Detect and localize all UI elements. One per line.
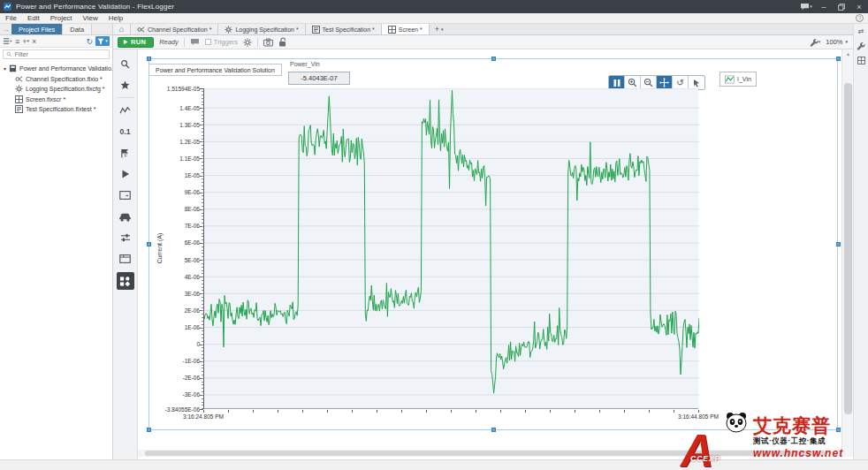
widget-palette: 0.1F xyxy=(113,49,138,459)
screen-canvas[interactable]: Power and Performance Validation Solutio… xyxy=(138,49,841,450)
pause-button[interactable] xyxy=(609,76,625,89)
vscroll-thumb[interactable] xyxy=(844,83,852,414)
test-icon xyxy=(15,105,23,113)
container-widget-icon[interactable] xyxy=(113,248,138,269)
refresh-icon[interactable]: ↻ xyxy=(86,37,93,46)
triggers-checkbox[interactable] xyxy=(205,39,211,45)
screenshot-icon[interactable] xyxy=(263,38,273,47)
resize-handle[interactable] xyxy=(147,57,151,61)
favorites-icon[interactable] xyxy=(113,74,138,95)
graph-plot-area[interactable] xyxy=(203,88,698,409)
sidebar-tab-data[interactable]: Data xyxy=(63,24,92,34)
resize-handle[interactable] xyxy=(491,428,496,432)
x-tick-mark xyxy=(401,410,402,413)
tree-item-power-and-performance-validatio[interactable]: ▾Power and Performance Validatio... xyxy=(0,64,112,74)
title-bar: Power and Performance Validation - FlexL… xyxy=(0,0,868,13)
zoom-out-button[interactable] xyxy=(641,76,657,89)
menu-project[interactable]: Project xyxy=(45,14,78,22)
search-tool-icon[interactable] xyxy=(113,53,138,74)
alarm-flag-widget-icon[interactable]: F xyxy=(113,142,138,163)
channel-value-indicator[interactable]: -5.4043E-07 xyxy=(288,72,350,85)
tab-screen[interactable]: Screen * xyxy=(382,24,430,34)
y-minor-tick xyxy=(202,256,203,257)
y-minor-tick xyxy=(202,118,203,119)
resize-handle[interactable] xyxy=(491,57,496,61)
filter-button[interactable]: ▾ xyxy=(95,36,110,46)
triggers-toggle[interactable]: Triggers xyxy=(205,38,238,46)
y-tick-label: 1.4E-05 xyxy=(150,105,200,111)
resize-handle[interactable] xyxy=(836,428,841,432)
slider-widget-icon[interactable] xyxy=(113,227,138,248)
back-arrow-icon[interactable]: → xyxy=(0,24,11,34)
minimize-button[interactable]: – xyxy=(815,0,833,13)
resize-handle[interactable] xyxy=(836,242,841,246)
run-button[interactable]: RUN xyxy=(118,37,154,48)
close-button[interactable]: × xyxy=(850,0,868,13)
tab-test-specification[interactable]: Test Specification * xyxy=(306,24,382,34)
image-widget-icon[interactable] xyxy=(113,185,138,206)
screen-sub-tab[interactable]: Power and Performance Validation Solutio… xyxy=(148,64,282,76)
tab-logging-specification[interactable]: Logging Specification * xyxy=(218,24,305,34)
unlock-icon[interactable] xyxy=(278,37,287,47)
y-minor-tick xyxy=(202,250,203,251)
collapse-all-icon[interactable] xyxy=(3,37,12,45)
grid-panel-icon[interactable] xyxy=(857,57,865,64)
tab-label: Test Specification * xyxy=(323,27,375,33)
tab-channel-specification[interactable]: Channel Specification * xyxy=(131,24,218,34)
tree-item-test-specification-flxtest[interactable]: Test Specification.flxtest * xyxy=(0,104,112,115)
remove-file-button[interactable]: × xyxy=(32,37,36,46)
tree-item-channel-specification-flxio[interactable]: Channel Specification.flxio * xyxy=(0,74,112,85)
graph-widget-icon[interactable] xyxy=(113,100,138,121)
reset-zoom-button[interactable]: ↺ xyxy=(673,76,689,89)
add-file-button[interactable]: +▾ xyxy=(22,37,29,46)
new-tab-button[interactable]: +▾ xyxy=(430,24,449,34)
filter-input[interactable] xyxy=(14,51,106,57)
y-minor-tick xyxy=(202,337,203,338)
menu-file[interactable]: File xyxy=(0,14,22,22)
tree-item-screen-flxscr[interactable]: Screen.flxscr * xyxy=(0,95,112,105)
help-icon[interactable]: ? xyxy=(856,14,864,22)
pan-button[interactable] xyxy=(657,76,673,89)
y-minor-tick xyxy=(202,182,203,183)
screen-icon xyxy=(388,26,396,34)
y-minor-tick xyxy=(202,145,203,146)
y-minor-tick xyxy=(202,347,203,348)
tree-expand-icon[interactable]: ▾ xyxy=(4,65,6,72)
menu-help[interactable]: Help xyxy=(103,14,128,22)
menu-edit[interactable]: Edit xyxy=(22,14,45,22)
numeric-indicator-widget-icon[interactable]: 0.1 xyxy=(113,121,138,142)
run-control-widget-icon[interactable] xyxy=(113,163,138,185)
hscroll-thumb[interactable] xyxy=(145,451,826,456)
graph-legend[interactable]: I_Vin xyxy=(720,72,757,87)
x-axis-end-label: 3:16:44.805 PM xyxy=(663,413,734,420)
filter-search-box[interactable] xyxy=(3,49,110,59)
snap-tool-icon[interactable]: ▾ xyxy=(810,38,821,47)
widget-gallery-icon[interactable] xyxy=(117,272,134,290)
resize-handle[interactable] xyxy=(147,428,151,432)
y-minor-tick xyxy=(202,121,203,122)
zoom-in-button[interactable] xyxy=(625,76,641,89)
sidebar-tab-project-files[interactable]: Project Files xyxy=(11,24,63,34)
y-minor-tick xyxy=(202,260,203,261)
menu-view[interactable]: View xyxy=(78,14,103,22)
y-minor-tick xyxy=(202,178,203,179)
wrench-icon[interactable] xyxy=(857,42,865,50)
horizontal-scrollbar[interactable] xyxy=(138,450,841,457)
pointer-button[interactable] xyxy=(689,76,704,89)
resize-handle[interactable] xyxy=(836,57,841,61)
feedback-icon[interactable]: ▾ xyxy=(797,0,815,13)
restore-button[interactable] xyxy=(833,0,850,13)
dock-icon[interactable]: ⇄ xyxy=(858,27,864,35)
home-tab[interactable]: ⌂ xyxy=(113,24,131,34)
settings-gear-icon[interactable] xyxy=(243,38,252,47)
zoom-level-select[interactable]: 100% ▾ xyxy=(826,38,848,46)
project-icon xyxy=(9,64,17,72)
x-tick-mark xyxy=(302,410,303,413)
y-minor-tick xyxy=(202,102,203,102)
vertical-scrollbar[interactable]: ▲ xyxy=(841,49,853,457)
comment-icon[interactable] xyxy=(190,38,200,46)
vehicle-widget-icon[interactable] xyxy=(113,206,138,227)
list-view-icon[interactable]: ≡ xyxy=(15,37,19,46)
tree-item-logging-specification-flxcfg[interactable]: Logging Specification.flxcfg * xyxy=(0,84,112,95)
y-minor-tick xyxy=(202,169,203,170)
